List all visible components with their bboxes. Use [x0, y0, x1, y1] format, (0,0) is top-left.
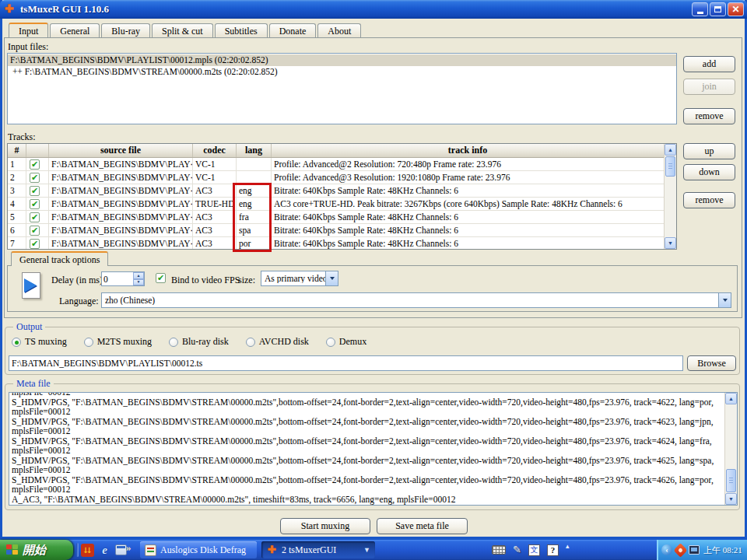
system-tray: ‹ 上午 08:21	[657, 540, 747, 560]
chevron-down-icon[interactable]	[325, 271, 338, 285]
help-icon[interactable]: ?	[547, 544, 559, 556]
ime-icon[interactable]: 文	[528, 544, 540, 556]
track-checkbox[interactable]	[30, 199, 40, 209]
scroll-down-icon[interactable]: ▼	[665, 237, 676, 249]
close-button[interactable]: ✕	[728, 2, 744, 16]
output-mode-radio[interactable]: Demux	[326, 336, 366, 348]
tab-donate[interactable]: Donate	[269, 23, 317, 37]
tab-general[interactable]: General	[50, 23, 100, 37]
save-meta-file-button[interactable]: Save meta file	[377, 518, 468, 534]
pen-icon[interactable]	[513, 544, 521, 556]
track-row[interactable]: 4 F:\BATMAN_BEGINS\BDMV\PLAY⋯ TRUE-HD en…	[8, 198, 664, 211]
input-files-list[interactable]: F:\BATMAN_BEGINS\BDMV\PLAYLIST\00012.mpl…	[7, 53, 677, 124]
add-button[interactable]: add	[683, 56, 735, 72]
remove-file-button[interactable]: remove	[683, 108, 735, 124]
start-muxing-button[interactable]: Start muxing	[280, 518, 370, 534]
col-header-lang[interactable]: lang	[237, 144, 272, 157]
tab-input[interactable]: Input	[9, 23, 48, 37]
output-group: Output TS muxing M2TS muxing Blu-ray dis…	[5, 327, 740, 375]
taskbar-group-dropdown-icon[interactable]: ▼	[363, 546, 370, 554]
size-combobox[interactable]: As primary video	[261, 271, 338, 286]
flashget-icon[interactable]	[81, 544, 94, 557]
tracks-scrollbar[interactable]: ▲ ▼	[664, 144, 676, 249]
input-file-item[interactable]: ++ F:\BATMAN_BEGINS\BDMV\STREAM\00000.m2…	[8, 66, 676, 78]
track-options-panel: Delay (in ms): ▲▼ Bind to video FPS size…	[7, 265, 738, 312]
taskbar-window-button[interactable]: 2 tsMuxerGUI ▼	[261, 541, 375, 558]
keyboard-icon[interactable]	[492, 545, 506, 555]
track-row[interactable]: 7 F:\BATMAN_BEGINS\BDMV\PLAY⋯ AC3 por Bi…	[8, 237, 664, 250]
col-header-check[interactable]	[26, 144, 49, 157]
scroll-thumb[interactable]	[726, 469, 736, 492]
minimize-icon	[697, 12, 703, 14]
lang-highlight-annotation	[233, 183, 272, 252]
taskbar-window-button[interactable]: Auslogics Disk Defrag	[140, 541, 257, 558]
track-checkbox[interactable]	[30, 239, 40, 249]
browse-button[interactable]: Browse	[687, 355, 736, 371]
col-header-info[interactable]: track info	[272, 144, 664, 157]
language-combobox[interactable]: zho (Chinese)	[101, 292, 731, 308]
output-group-label: Output	[13, 321, 45, 333]
auslogics-icon	[145, 544, 156, 556]
restore-button[interactable]	[710, 2, 726, 16]
meta-file-group-label: Meta file	[13, 378, 54, 390]
size-label: size:	[238, 275, 255, 286]
start-button[interactable]: 開始	[0, 540, 73, 560]
window-icon[interactable]	[115, 544, 127, 555]
delay-input[interactable]	[102, 272, 133, 285]
track-checkbox[interactable]	[30, 173, 40, 183]
bind-fps-checkbox[interactable]	[156, 273, 166, 283]
track-row[interactable]: 6 F:\BATMAN_BEGINS\BDMV\PLAY⋯ AC3 spa Bi…	[8, 224, 664, 237]
output-mode-radio[interactable]: AVCHD disk	[246, 336, 309, 348]
language-label: Language:	[59, 296, 99, 307]
track-checkbox[interactable]	[30, 226, 40, 236]
scroll-up-icon[interactable]: ▲	[725, 393, 737, 404]
general-track-options-tab[interactable]: General track options	[11, 251, 108, 266]
spin-down-icon[interactable]: ▼	[133, 279, 144, 286]
col-header-codec[interactable]: codec	[193, 144, 237, 157]
track-row[interactable]: 3 F:\BATMAN_BEGINS\BDMV\PLAY⋯ AC3 eng Bi…	[8, 184, 664, 198]
remove-track-button[interactable]: remove	[683, 192, 735, 208]
output-mode-radio[interactable]: Blu-ray disk	[169, 336, 229, 348]
monitor-tray-icon[interactable]	[689, 545, 700, 555]
radio-icon	[326, 338, 335, 347]
tab-subtitles[interactable]: Subtitles	[215, 23, 268, 37]
output-path-input[interactable]	[9, 355, 683, 371]
track-row[interactable]: 1 F:\BATMAN_BEGINS\BDMV\PLAY⋯ VC-1 Profi…	[8, 158, 664, 171]
hide-tray-icons-button[interactable]: ‹	[661, 544, 672, 555]
down-button[interactable]: down	[683, 164, 735, 180]
task-buttons: Auslogics Disk Defrag 2 tsMuxerGUI ▼	[140, 541, 375, 558]
tab-about[interactable]: About	[317, 23, 361, 37]
ie-icon[interactable]	[98, 544, 111, 557]
col-header-source[interactable]: source file	[49, 144, 193, 157]
meta-scrollbar[interactable]: ▲ ▼	[724, 393, 737, 505]
track-checkbox[interactable]	[30, 212, 40, 222]
scroll-thumb[interactable]	[665, 156, 675, 177]
taskbar: 開始 » Auslogics Disk Defrag 2 tsMuxerGUI …	[0, 540, 747, 560]
tab-split-cut[interactable]: Split & cut	[152, 23, 213, 37]
chevron-down-icon[interactable]	[718, 293, 731, 307]
track-row[interactable]: 5 F:\BATMAN_BEGINS\BDMV\PLAY⋯ AC3 fra Bi…	[8, 211, 664, 224]
fox-tray-icon[interactable]	[673, 543, 687, 557]
minimize-button[interactable]	[692, 2, 708, 16]
track-checkbox[interactable]	[30, 159, 40, 170]
tab-blu-ray[interactable]: Blu-ray	[101, 23, 150, 37]
scroll-up-icon[interactable]: ▲	[665, 144, 676, 156]
track-row[interactable]: 2 F:\BATMAN_BEGINS\BDMV\PLAY⋯ VC-1 Profi…	[8, 171, 664, 184]
input-file-item[interactable]: F:\BATMAN_BEGINS\BDMV\PLAYLIST\00012.mpl…	[8, 54, 676, 66]
scroll-down-icon[interactable]: ▼	[725, 493, 737, 505]
tracks-label: Tracks:	[8, 131, 36, 143]
quick-launch-chevron[interactable]: »	[126, 541, 132, 554]
meta-file-editor[interactable]: mplsFile=00012S_HDMV/PGS, "F:\BATMAN_BEG…	[9, 392, 738, 506]
join-button[interactable]: join	[683, 79, 735, 95]
langbar-arrow-icon[interactable]: ▴	[566, 542, 570, 550]
up-button[interactable]: up	[683, 143, 735, 159]
col-header-num[interactable]: #	[8, 144, 26, 157]
output-mode-radio[interactable]: TS muxing	[12, 336, 67, 348]
spin-up-icon[interactable]: ▲	[133, 272, 144, 279]
taskbar-divider[interactable]	[76, 543, 79, 557]
track-checkbox[interactable]	[30, 186, 40, 196]
output-mode-radio[interactable]: M2TS muxing	[84, 336, 152, 348]
delay-spinner[interactable]: ▲▼	[101, 271, 145, 286]
title-bar[interactable]: ✚ tsMuxeR GUI 1.10.6 ✕	[0, 0, 747, 19]
meta-line: mplsFile=00012	[12, 485, 724, 495]
